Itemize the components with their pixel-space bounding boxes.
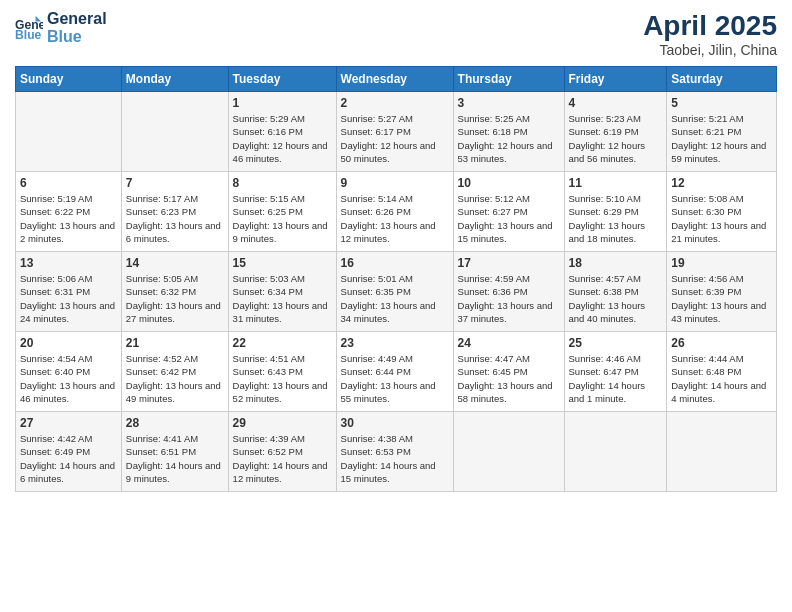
day-number: 3: [458, 96, 560, 110]
day-cell: 28Sunrise: 4:41 AMSunset: 6:51 PMDayligh…: [121, 412, 228, 492]
day-info: Sunrise: 5:25 AMSunset: 6:18 PMDaylight:…: [458, 112, 560, 165]
day-cell: 6Sunrise: 5:19 AMSunset: 6:22 PMDaylight…: [16, 172, 122, 252]
day-cell: 27Sunrise: 4:42 AMSunset: 6:49 PMDayligh…: [16, 412, 122, 492]
day-info: Sunrise: 4:57 AMSunset: 6:38 PMDaylight:…: [569, 272, 663, 325]
day-number: 8: [233, 176, 332, 190]
day-info: Sunrise: 5:27 AMSunset: 6:17 PMDaylight:…: [341, 112, 449, 165]
day-cell: 13Sunrise: 5:06 AMSunset: 6:31 PMDayligh…: [16, 252, 122, 332]
day-info: Sunrise: 4:46 AMSunset: 6:47 PMDaylight:…: [569, 352, 663, 405]
day-cell: 11Sunrise: 5:10 AMSunset: 6:29 PMDayligh…: [564, 172, 667, 252]
day-number: 5: [671, 96, 772, 110]
day-number: 6: [20, 176, 117, 190]
day-number: 7: [126, 176, 224, 190]
col-monday: Monday: [121, 67, 228, 92]
calendar-body: 1Sunrise: 5:29 AMSunset: 6:16 PMDaylight…: [16, 92, 777, 492]
day-number: 17: [458, 256, 560, 270]
logo: General Blue General Blue: [15, 10, 107, 45]
day-cell: 19Sunrise: 4:56 AMSunset: 6:39 PMDayligh…: [667, 252, 777, 332]
day-number: 29: [233, 416, 332, 430]
day-info: Sunrise: 4:52 AMSunset: 6:42 PMDaylight:…: [126, 352, 224, 405]
day-cell: [16, 92, 122, 172]
col-saturday: Saturday: [667, 67, 777, 92]
day-info: Sunrise: 4:42 AMSunset: 6:49 PMDaylight:…: [20, 432, 117, 485]
week-row-4: 20Sunrise: 4:54 AMSunset: 6:40 PMDayligh…: [16, 332, 777, 412]
week-row-3: 13Sunrise: 5:06 AMSunset: 6:31 PMDayligh…: [16, 252, 777, 332]
day-info: Sunrise: 4:59 AMSunset: 6:36 PMDaylight:…: [458, 272, 560, 325]
day-number: 26: [671, 336, 772, 350]
day-number: 22: [233, 336, 332, 350]
logo-icon: General Blue: [15, 14, 43, 42]
col-tuesday: Tuesday: [228, 67, 336, 92]
day-number: 23: [341, 336, 449, 350]
day-info: Sunrise: 5:06 AMSunset: 6:31 PMDaylight:…: [20, 272, 117, 325]
day-cell: 15Sunrise: 5:03 AMSunset: 6:34 PMDayligh…: [228, 252, 336, 332]
day-cell: 30Sunrise: 4:38 AMSunset: 6:53 PMDayligh…: [336, 412, 453, 492]
day-number: 2: [341, 96, 449, 110]
day-number: 19: [671, 256, 772, 270]
day-info: Sunrise: 5:17 AMSunset: 6:23 PMDaylight:…: [126, 192, 224, 245]
day-info: Sunrise: 5:19 AMSunset: 6:22 PMDaylight:…: [20, 192, 117, 245]
day-number: 12: [671, 176, 772, 190]
week-row-2: 6Sunrise: 5:19 AMSunset: 6:22 PMDaylight…: [16, 172, 777, 252]
day-cell: 1Sunrise: 5:29 AMSunset: 6:16 PMDaylight…: [228, 92, 336, 172]
day-info: Sunrise: 5:05 AMSunset: 6:32 PMDaylight:…: [126, 272, 224, 325]
day-cell: [121, 92, 228, 172]
title-block: April 2025 Taobei, Jilin, China: [643, 10, 777, 58]
day-number: 16: [341, 256, 449, 270]
day-cell: 22Sunrise: 4:51 AMSunset: 6:43 PMDayligh…: [228, 332, 336, 412]
day-cell: 10Sunrise: 5:12 AMSunset: 6:27 PMDayligh…: [453, 172, 564, 252]
col-sunday: Sunday: [16, 67, 122, 92]
day-info: Sunrise: 5:23 AMSunset: 6:19 PMDaylight:…: [569, 112, 663, 165]
day-info: Sunrise: 4:49 AMSunset: 6:44 PMDaylight:…: [341, 352, 449, 405]
header-row: Sunday Monday Tuesday Wednesday Thursday…: [16, 67, 777, 92]
day-cell: 16Sunrise: 5:01 AMSunset: 6:35 PMDayligh…: [336, 252, 453, 332]
day-info: Sunrise: 5:08 AMSunset: 6:30 PMDaylight:…: [671, 192, 772, 245]
day-cell: 14Sunrise: 5:05 AMSunset: 6:32 PMDayligh…: [121, 252, 228, 332]
day-cell: [667, 412, 777, 492]
day-number: 4: [569, 96, 663, 110]
day-cell: 29Sunrise: 4:39 AMSunset: 6:52 PMDayligh…: [228, 412, 336, 492]
day-info: Sunrise: 4:44 AMSunset: 6:48 PMDaylight:…: [671, 352, 772, 405]
day-number: 18: [569, 256, 663, 270]
day-cell: 26Sunrise: 4:44 AMSunset: 6:48 PMDayligh…: [667, 332, 777, 412]
day-cell: 5Sunrise: 5:21 AMSunset: 6:21 PMDaylight…: [667, 92, 777, 172]
week-row-5: 27Sunrise: 4:42 AMSunset: 6:49 PMDayligh…: [16, 412, 777, 492]
day-number: 15: [233, 256, 332, 270]
day-number: 9: [341, 176, 449, 190]
day-info: Sunrise: 5:01 AMSunset: 6:35 PMDaylight:…: [341, 272, 449, 325]
col-thursday: Thursday: [453, 67, 564, 92]
day-number: 28: [126, 416, 224, 430]
week-row-1: 1Sunrise: 5:29 AMSunset: 6:16 PMDaylight…: [16, 92, 777, 172]
day-cell: 4Sunrise: 5:23 AMSunset: 6:19 PMDaylight…: [564, 92, 667, 172]
day-cell: [564, 412, 667, 492]
day-cell: 8Sunrise: 5:15 AMSunset: 6:25 PMDaylight…: [228, 172, 336, 252]
day-cell: 18Sunrise: 4:57 AMSunset: 6:38 PMDayligh…: [564, 252, 667, 332]
day-number: 13: [20, 256, 117, 270]
day-info: Sunrise: 5:12 AMSunset: 6:27 PMDaylight:…: [458, 192, 560, 245]
svg-text:Blue: Blue: [15, 28, 42, 42]
day-number: 24: [458, 336, 560, 350]
day-cell: 24Sunrise: 4:47 AMSunset: 6:45 PMDayligh…: [453, 332, 564, 412]
day-cell: 2Sunrise: 5:27 AMSunset: 6:17 PMDaylight…: [336, 92, 453, 172]
day-cell: 9Sunrise: 5:14 AMSunset: 6:26 PMDaylight…: [336, 172, 453, 252]
subtitle: Taobei, Jilin, China: [643, 42, 777, 58]
day-cell: [453, 412, 564, 492]
day-cell: 20Sunrise: 4:54 AMSunset: 6:40 PMDayligh…: [16, 332, 122, 412]
day-cell: 17Sunrise: 4:59 AMSunset: 6:36 PMDayligh…: [453, 252, 564, 332]
main-title: April 2025: [643, 10, 777, 42]
day-info: Sunrise: 5:29 AMSunset: 6:16 PMDaylight:…: [233, 112, 332, 165]
day-info: Sunrise: 4:54 AMSunset: 6:40 PMDaylight:…: [20, 352, 117, 405]
day-number: 21: [126, 336, 224, 350]
day-cell: 25Sunrise: 4:46 AMSunset: 6:47 PMDayligh…: [564, 332, 667, 412]
day-info: Sunrise: 5:03 AMSunset: 6:34 PMDaylight:…: [233, 272, 332, 325]
logo-general: General: [47, 10, 107, 28]
day-number: 1: [233, 96, 332, 110]
calendar-header: Sunday Monday Tuesday Wednesday Thursday…: [16, 67, 777, 92]
day-number: 25: [569, 336, 663, 350]
day-number: 14: [126, 256, 224, 270]
day-number: 27: [20, 416, 117, 430]
day-cell: 23Sunrise: 4:49 AMSunset: 6:44 PMDayligh…: [336, 332, 453, 412]
calendar-table: Sunday Monday Tuesday Wednesday Thursday…: [15, 66, 777, 492]
day-info: Sunrise: 4:51 AMSunset: 6:43 PMDaylight:…: [233, 352, 332, 405]
day-info: Sunrise: 5:10 AMSunset: 6:29 PMDaylight:…: [569, 192, 663, 245]
